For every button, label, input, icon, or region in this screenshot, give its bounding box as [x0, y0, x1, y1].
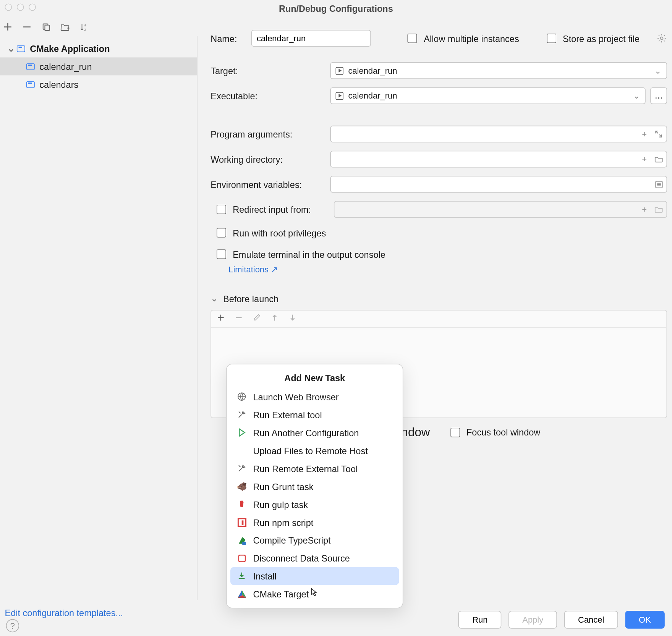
add-task-popup: Add New Task Launch Web BrowserRun Exter… [226, 364, 403, 608]
svg-point-4 [661, 37, 663, 40]
edit-templates-link[interactable]: Edit configuration templates... [5, 608, 123, 618]
list-icon[interactable] [653, 178, 665, 190]
target-icon [336, 67, 343, 74]
popup-item-label: Compile TypeScript [253, 535, 330, 545]
cmake-app-icon [26, 61, 36, 71]
edit-task-icon[interactable] [253, 314, 262, 324]
ok-button[interactable]: OK [625, 611, 665, 629]
before-launch-label: Before launch [223, 293, 279, 304]
popup-item[interactable]: 🐗Run Grunt task [230, 477, 399, 495]
gear-icon[interactable] [656, 33, 667, 44]
tools-icon [236, 463, 247, 474]
copy-config-icon[interactable] [40, 21, 51, 32]
move-down-icon[interactable] [289, 314, 298, 324]
folder-icon[interactable] [653, 203, 665, 215]
args-input[interactable] [330, 126, 667, 142]
apply-button[interactable]: Apply [508, 611, 557, 629]
svg-rect-1 [45, 25, 50, 31]
plus-icon[interactable]: + [638, 203, 650, 215]
store-project-label: Store as project file [563, 33, 640, 44]
popup-item-label: Run npm script [253, 517, 313, 528]
popup-item[interactable]: Run gulp task [230, 495, 399, 513]
cmake-app-icon [17, 44, 26, 53]
executable-select[interactable]: calendar_run ⌄ [330, 87, 645, 104]
popup-item-label: Run gulp task [253, 499, 308, 510]
disconnect-icon [236, 553, 247, 563]
focus-tool-label: Focus tool window [466, 427, 540, 437]
popup-item[interactable]: Launch Web Browser [230, 388, 399, 406]
remove-task-icon[interactable] [235, 314, 245, 324]
redirect-label: Redirect input from: [233, 204, 311, 215]
redirect-input[interactable] [334, 201, 667, 218]
popup-item-label: Upload Files to Remote Host [253, 445, 368, 456]
executable-browse-button[interactable]: ... [650, 87, 667, 104]
popup-item-label: Disconnect Data Source [253, 553, 350, 563]
wd-label: Working directory: [211, 154, 330, 164]
dialog-title: Run/Debug Configurations [0, 3, 672, 14]
folder-icon[interactable] [653, 153, 665, 165]
allow-multiple-checkbox[interactable]: Allow multiple instances [405, 32, 519, 45]
install-icon [236, 571, 247, 581]
name-input[interactable] [251, 30, 371, 47]
wd-input[interactable] [330, 151, 667, 168]
before-launch-section[interactable]: ⌄ Before launch [211, 293, 667, 304]
npm-icon [236, 517, 247, 528]
remove-config-icon[interactable] [21, 21, 32, 32]
popup-item-label: Run Another Configuration [253, 427, 359, 438]
chevron-down-icon: ⌄ [633, 91, 640, 100]
svg-rect-9 [242, 542, 245, 545]
emulate-term-checkbox[interactable]: Emulate terminal in the output console [214, 248, 667, 261]
add-config-icon[interactable] [2, 21, 13, 32]
emulate-term-label: Emulate terminal in the output console [233, 249, 385, 259]
store-project-checkbox[interactable]: Store as project file [544, 32, 640, 45]
executable-label: Executable: [211, 91, 330, 101]
folder-config-icon[interactable] [60, 21, 71, 32]
focus-tool-checkbox[interactable]: Focus tool window [448, 425, 540, 439]
popup-item-label: Run Grunt task [253, 481, 313, 492]
move-up-icon[interactable] [271, 314, 280, 324]
ts-icon [236, 535, 247, 545]
popup-item[interactable]: Run Another Configuration [230, 424, 399, 442]
popup-item[interactable]: Compile TypeScript [230, 531, 399, 549]
target-value: calendar_run [348, 66, 397, 75]
popup-item-label: Launch Web Browser [253, 392, 338, 402]
play-icon [236, 427, 247, 438]
plus-icon[interactable]: + [638, 128, 650, 140]
add-task-icon[interactable] [217, 314, 227, 324]
tree-item-calendar-run[interactable]: calendar_run [0, 57, 197, 75]
env-label: Environment variables: [211, 179, 330, 189]
tree-item-calendars[interactable]: calendars [0, 75, 197, 93]
plus-icon[interactable]: + [638, 153, 650, 165]
popup-item[interactable]: Run Remote External Tool [230, 460, 399, 477]
popup-item-label: Run Remote External Tool [253, 463, 358, 474]
tree-group-cmake[interactable]: ⌄ CMake Application [0, 39, 197, 57]
expand-icon[interactable] [653, 128, 665, 140]
popup-item-label: CMake Target [253, 589, 309, 599]
tree-group-label: CMake Application [30, 44, 110, 54]
help-icon[interactable]: ? [6, 619, 19, 632]
sort-alpha-icon[interactable]: az [79, 21, 90, 32]
redirect-checkbox[interactable]: Redirect input from: [214, 203, 334, 216]
blank-icon [236, 445, 247, 456]
popup-item[interactable]: Run External tool [230, 406, 399, 424]
before-launch-toolbar [211, 311, 667, 328]
popup-item[interactable]: Install [230, 567, 399, 585]
chevron-down-icon: ⌄ [654, 66, 662, 75]
popup-item[interactable]: Disconnect Data Source [230, 549, 399, 567]
popup-item[interactable]: Run npm script [230, 513, 399, 531]
tools-icon [236, 409, 247, 420]
env-input[interactable] [330, 176, 667, 193]
popup-item-label: Run External tool [253, 409, 322, 420]
popup-item[interactable]: Upload Files to Remote Host [230, 442, 399, 460]
config-list-toolbar: az [2, 21, 90, 32]
svg-text:z: z [84, 27, 86, 31]
args-label: Program arguments: [211, 129, 330, 139]
config-tree: ⌄ CMake Application calendar_run calenda… [0, 36, 198, 600]
globe-icon [236, 391, 247, 402]
target-label: Target: [211, 65, 330, 76]
root-priv-checkbox[interactable]: Run with root privileges [214, 226, 667, 239]
run-button[interactable]: Run [458, 611, 501, 629]
limitations-link[interactable]: Limitations↗ [228, 264, 278, 274]
target-select[interactable]: calendar_run ⌄ [330, 62, 667, 79]
cancel-button[interactable]: Cancel [564, 611, 618, 629]
